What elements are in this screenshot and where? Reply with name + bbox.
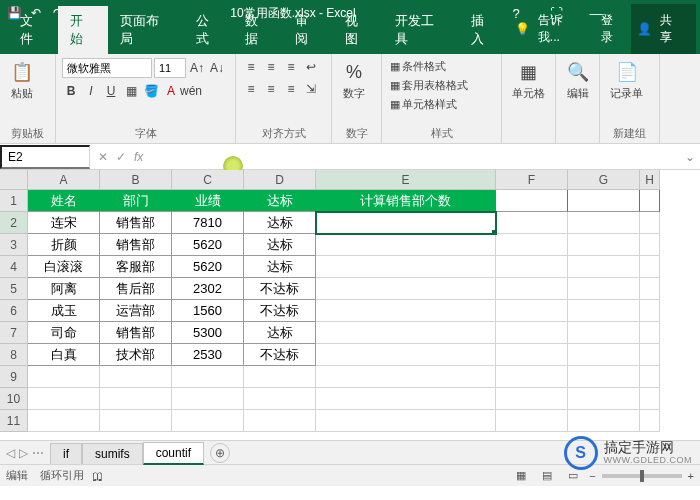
tab-home[interactable]: 开始 [58, 6, 108, 54]
cell[interactable]: 售后部 [100, 278, 172, 300]
grow-font-icon[interactable]: A↑ [188, 59, 206, 77]
col-header[interactable]: F [496, 170, 568, 190]
cell[interactable] [496, 388, 568, 410]
row-header[interactable]: 10 [0, 388, 28, 410]
col-header[interactable]: C [172, 170, 244, 190]
cell[interactable] [316, 256, 496, 278]
col-header[interactable]: D [244, 170, 316, 190]
font-name-input[interactable] [62, 58, 152, 78]
next-sheet-icon[interactable]: ▷ [19, 446, 28, 460]
cell[interactable]: 运营部 [100, 300, 172, 322]
cell[interactable] [28, 366, 100, 388]
col-header[interactable]: A [28, 170, 100, 190]
cell[interactable] [316, 410, 496, 432]
cell[interactable] [640, 366, 660, 388]
align-right-icon[interactable]: ≡ [282, 80, 300, 98]
cell[interactable]: 司命 [28, 322, 100, 344]
cell[interactable] [496, 190, 568, 212]
cell[interactable]: 达标 [244, 256, 316, 278]
cell[interactable] [640, 234, 660, 256]
cell[interactable]: 达标 [244, 190, 316, 212]
align-mid-icon[interactable]: ≡ [262, 58, 280, 76]
row-header[interactable]: 8 [0, 344, 28, 366]
cell[interactable] [172, 366, 244, 388]
cell[interactable]: 计算销售部个数 [316, 190, 496, 212]
cell[interactable] [568, 190, 640, 212]
cell[interactable] [496, 300, 568, 322]
cell[interactable] [244, 388, 316, 410]
cell[interactable] [244, 410, 316, 432]
normal-view-icon[interactable]: ▦ [511, 468, 531, 484]
cell[interactable] [316, 344, 496, 366]
align-center-icon[interactable]: ≡ [262, 80, 280, 98]
cell[interactable] [640, 322, 660, 344]
cell[interactable] [316, 366, 496, 388]
cell[interactable] [100, 366, 172, 388]
cell[interactable]: 白真 [28, 344, 100, 366]
row-header[interactable]: 7 [0, 322, 28, 344]
formula-bar[interactable] [151, 154, 680, 160]
tab-data[interactable]: 数据 [233, 6, 283, 54]
cell[interactable] [28, 388, 100, 410]
spreadsheet-grid[interactable]: A B C D E F G H 1 姓名 部门 业绩 达标 计算销售部个数 2连… [0, 170, 700, 440]
cell[interactable]: 成玉 [28, 300, 100, 322]
sheet-tab-if[interactable]: if [50, 443, 82, 464]
cell[interactable]: 部门 [100, 190, 172, 212]
cell[interactable] [496, 278, 568, 300]
cell[interactable] [496, 234, 568, 256]
font-color-icon[interactable]: A [162, 82, 180, 100]
cell[interactable] [316, 300, 496, 322]
cell[interactable] [568, 234, 640, 256]
shrink-font-icon[interactable]: A↓ [208, 59, 226, 77]
cell[interactable] [640, 388, 660, 410]
row-header[interactable]: 11 [0, 410, 28, 432]
cell[interactable]: 阿离 [28, 278, 100, 300]
row-header[interactable]: 4 [0, 256, 28, 278]
align-left-icon[interactable]: ≡ [242, 80, 260, 98]
cell[interactable]: 达标 [244, 322, 316, 344]
cell[interactable] [100, 388, 172, 410]
edit-button[interactable]: 🔍编辑 [562, 58, 594, 103]
tab-layout[interactable]: 页面布局 [108, 6, 184, 54]
underline-button[interactable]: U [102, 82, 120, 100]
tab-file[interactable]: 文件 [8, 6, 58, 54]
enter-formula-icon[interactable]: ✓ [116, 150, 126, 164]
row-header[interactable]: 2 [0, 212, 28, 234]
cells-button[interactable]: ▦单元格 [508, 58, 549, 103]
italic-button[interactable]: I [82, 82, 100, 100]
col-header[interactable]: B [100, 170, 172, 190]
align-top-icon[interactable]: ≡ [242, 58, 260, 76]
bold-button[interactable]: B [62, 82, 80, 100]
row-header[interactable]: 3 [0, 234, 28, 256]
fx-icon[interactable]: fx [134, 150, 143, 164]
cell[interactable] [496, 410, 568, 432]
cell[interactable] [316, 278, 496, 300]
sheet-tab-countif[interactable]: countif [143, 442, 204, 465]
font-size-input[interactable] [154, 58, 186, 78]
zoom-in-icon[interactable]: + [688, 470, 694, 482]
fill-color-icon[interactable]: 🪣 [142, 82, 160, 100]
tab-dev[interactable]: 开发工具 [383, 6, 459, 54]
add-sheet-icon[interactable]: ⊕ [210, 443, 230, 463]
phonetic-icon[interactable]: wén [182, 82, 200, 100]
cell[interactable] [496, 322, 568, 344]
prev-sheet-icon[interactable]: ◁ [6, 446, 15, 460]
row-header[interactable]: 5 [0, 278, 28, 300]
sheet-tab-sumifs[interactable]: sumifs [82, 443, 143, 464]
cell[interactable] [172, 388, 244, 410]
cell[interactable] [640, 410, 660, 432]
cell[interactable] [172, 410, 244, 432]
cell[interactable]: 业绩 [172, 190, 244, 212]
cell[interactable] [568, 212, 640, 234]
cell[interactable]: 销售部 [100, 234, 172, 256]
book-icon[interactable]: 🕮 [92, 470, 103, 482]
cancel-formula-icon[interactable]: ✕ [98, 150, 108, 164]
col-header[interactable]: H [640, 170, 660, 190]
cell[interactable]: 不达标 [244, 344, 316, 366]
cell[interactable]: 技术部 [100, 344, 172, 366]
cell[interactable] [568, 300, 640, 322]
zoom-out-icon[interactable]: − [589, 470, 595, 482]
row-header[interactable]: 6 [0, 300, 28, 322]
sheet-dots-icon[interactable]: ⋯ [32, 446, 44, 460]
tab-review[interactable]: 审阅 [283, 6, 333, 54]
